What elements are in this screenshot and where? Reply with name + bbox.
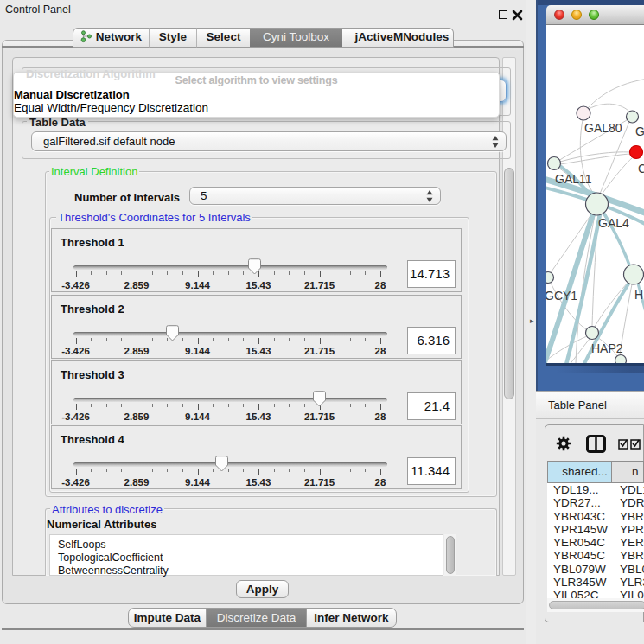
- svg-text:H: H: [634, 288, 643, 302]
- svg-text:GAL11: GAL11: [555, 172, 592, 186]
- svg-text:GAL80: GAL80: [584, 121, 622, 135]
- svg-text:GAL4: GAL4: [598, 216, 629, 230]
- svg-text:GCY1: GCY1: [546, 289, 577, 303]
- svg-text:HAP2: HAP2: [591, 341, 623, 355]
- svg-text:C: C: [638, 162, 644, 175]
- svg-text:GA: GA: [635, 124, 644, 138]
